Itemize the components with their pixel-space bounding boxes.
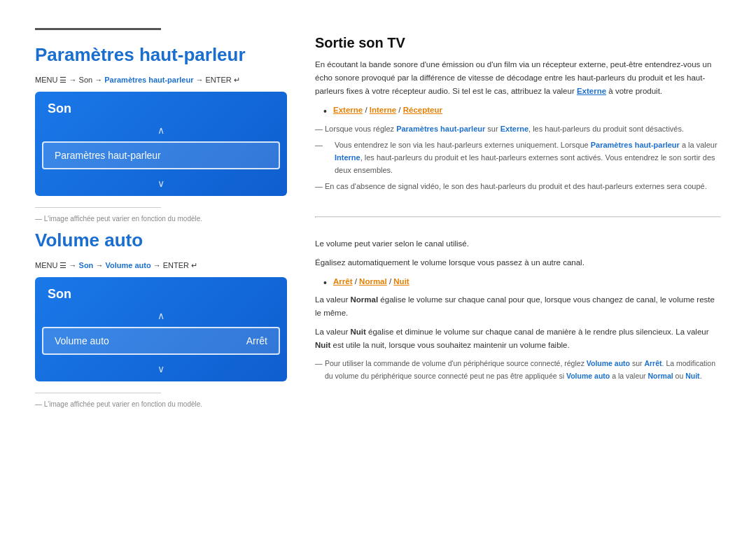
volume-desc3: La valeur Normal égalise le volume sur c… bbox=[315, 293, 721, 320]
top-divider-1 bbox=[35, 28, 161, 30]
sortie-desc1: En écoutant la bande sonore d'une émissi… bbox=[315, 58, 721, 98]
tv-menu-1-arrow-up: ∧ bbox=[35, 122, 287, 139]
volume-desc4: La valeur Nuit égalise et diminue le vol… bbox=[315, 325, 721, 352]
volume-normal-ref: Normal bbox=[648, 372, 673, 380]
tv-menu-2-arrow-down: ∨ bbox=[35, 360, 287, 381]
menu-arrow-2: → bbox=[93, 261, 105, 269]
tv-menu-2: Son ∧ Volume auto Arrêt ∨ bbox=[35, 277, 287, 381]
volume-normal: Normal bbox=[359, 277, 387, 286]
tv-menu-2-item-left: Volume auto bbox=[55, 335, 109, 346]
tv-menu-1-arrow-down: ∨ bbox=[35, 175, 287, 196]
volume-nuit-ref: Nuit bbox=[685, 372, 699, 380]
menu-enter-1: → ENTER ↵ bbox=[193, 76, 239, 84]
section-divider-1 bbox=[35, 207, 161, 208]
volume-nuit-bold2: Nuit bbox=[315, 341, 330, 349]
volume-bullet-1: Arrêt / Normal / Nuit bbox=[326, 275, 721, 288]
menu-label-2: MENU ☰ → bbox=[35, 261, 79, 269]
volume-arret-ref: Arrêt bbox=[644, 359, 662, 367]
tv-menu-2-header: Son bbox=[35, 277, 287, 307]
sortie-externe-ref2: Externe bbox=[500, 125, 528, 133]
tv-menu-2-item: Volume auto Arrêt bbox=[42, 327, 280, 355]
volume-dash-1: Pour utiliser la commande de volume d'un… bbox=[315, 358, 721, 382]
section-title-volume: Volume auto bbox=[35, 230, 287, 251]
tv-menu-2-item-right: Arrêt bbox=[246, 335, 267, 346]
sortie-dash-1b: Vous entendrez le son via les haut-parle… bbox=[315, 139, 721, 176]
section-volume-auto: Volume auto MENU ☰ → Son → Volume auto →… bbox=[35, 230, 287, 408]
volume-desc1: Le volume peut varier selon le canal uti… bbox=[315, 237, 721, 251]
volume-nuit-bold: Nuit bbox=[351, 328, 366, 336]
volume-auto-ref2: Volume auto bbox=[566, 372, 610, 380]
menu-path-2: MENU ☰ → Son → Volume auto → ENTER ↵ bbox=[35, 261, 287, 270]
sortie-dash-1: Lorsque vous réglez Paramètres haut-parl… bbox=[315, 122, 721, 135]
menu-volume-2: Volume auto bbox=[105, 261, 150, 269]
right-section-volume: Le volume peut varier selon le canal uti… bbox=[315, 237, 721, 386]
tv-menu-1-header: Son bbox=[35, 92, 287, 122]
section-divider-2 bbox=[35, 393, 161, 393]
sortie-interne: Interne bbox=[370, 106, 396, 114]
sortie-param-ref: Paramètres haut-parleur bbox=[396, 125, 485, 133]
menu-son-2: Son bbox=[79, 261, 94, 269]
image-note-1: ― L'image affichée peut varier en foncti… bbox=[35, 215, 287, 223]
volume-bullet-list: Arrêt / Normal / Nuit bbox=[326, 275, 721, 288]
sortie-externe-ref: Externe bbox=[577, 87, 606, 95]
sortie-recepteur: Récepteur bbox=[403, 106, 442, 114]
section-title-parametres: Paramètres haut-parleur bbox=[35, 44, 287, 66]
menu-path-1: MENU ☰ → Son → Paramètres haut-parleur →… bbox=[35, 76, 287, 85]
section-parametres: Paramètres haut-parleur MENU ☰ → Son → P… bbox=[35, 28, 287, 223]
image-note-2: ― L'image affichée peut varier en foncti… bbox=[35, 400, 287, 408]
tv-menu-1: Son ∧ Paramètres haut-parleur ∨ bbox=[35, 92, 287, 196]
sortie-bullet-list: Externe / Interne / Récepteur bbox=[326, 104, 721, 117]
menu-enter-2: → ENTER ↵ bbox=[151, 261, 197, 269]
sortie-dash-2: En cas d'absence de signal vidéo, le son… bbox=[315, 180, 721, 192]
page: Paramètres haut-parleur MENU ☰ → Son → P… bbox=[0, 0, 756, 534]
volume-normal-bold: Normal bbox=[351, 295, 379, 304]
menu-highlight-1: Paramètres haut-parleur bbox=[104, 76, 193, 84]
volume-auto-ref: Volume auto bbox=[587, 359, 630, 367]
right-column: Sortie son TV En écoutant la bande sonor… bbox=[315, 28, 721, 513]
volume-desc2: Égalisez automatiquement le volume lorsq… bbox=[315, 256, 721, 269]
right-section-sortie: Sortie son TV En écoutant la bande sonor… bbox=[315, 35, 721, 197]
volume-nuit: Nuit bbox=[393, 277, 409, 286]
tv-menu-1-item: Paramètres haut-parleur bbox=[42, 141, 280, 169]
sortie-interne-ref: Interne bbox=[335, 153, 360, 162]
sortie-bullet-1: Externe / Interne / Récepteur bbox=[326, 104, 721, 117]
right-divider bbox=[315, 216, 721, 218]
sortie-param-ref2: Paramètres haut-parleur bbox=[591, 141, 680, 149]
menu-icon-1: MENU ☰ → Son → bbox=[35, 76, 104, 84]
sortie-externe: Externe bbox=[333, 106, 363, 114]
volume-arret: Arrêt bbox=[333, 277, 352, 286]
left-column: Paramètres haut-parleur MENU ☰ → Son → P… bbox=[35, 28, 287, 513]
tv-menu-2-arrow-up: ∧ bbox=[35, 307, 287, 324]
right-title-sortie: Sortie son TV bbox=[315, 35, 721, 51]
